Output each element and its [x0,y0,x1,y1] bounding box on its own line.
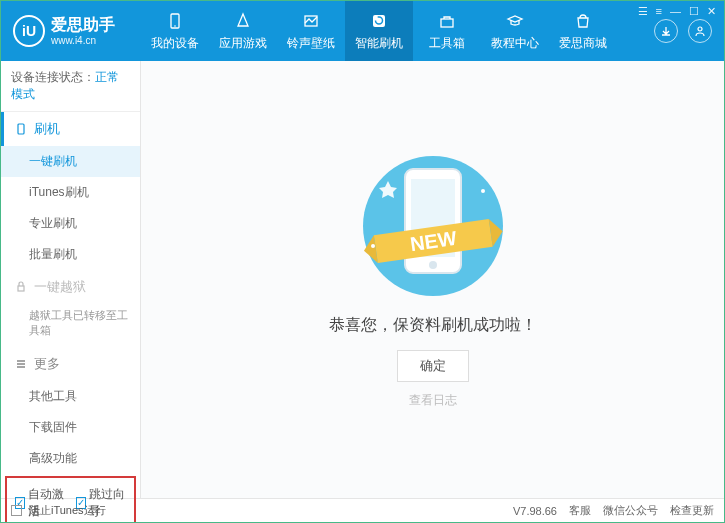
block-itunes-label: 阻止iTunes运行 [29,503,106,518]
service-link[interactable]: 客服 [569,503,591,518]
window-controls: ☰ ≡ ― ☐ ✕ [638,5,716,18]
svg-rect-4 [441,19,453,27]
sidebar: 设备连接状态：正常模式 刷机 一键刷机 iTunes刷机 专业刷机 批量刷机 一… [1,61,141,498]
sidebar-item-othertools[interactable]: 其他工具 [1,381,140,412]
svg-point-12 [429,261,437,269]
nav-label: 应用游戏 [219,35,267,52]
wallpaper-icon [301,11,321,31]
svg-rect-6 [18,124,24,134]
success-illustration: NEW [333,151,533,301]
sidebar-item-pro[interactable]: 专业刷机 [1,208,140,239]
nav-label: 工具箱 [429,35,465,52]
phone-icon [165,11,185,31]
nav-my-device[interactable]: 我的设备 [141,1,209,61]
sidebar-flash-header[interactable]: 刷机 [1,112,140,146]
graduation-icon [505,11,525,31]
nav-ringtones[interactable]: 铃声壁纸 [277,1,345,61]
success-message: 恭喜您，保资料刷机成功啦！ [329,315,537,336]
sidebar-jailbreak-title: 一键越狱 [34,278,86,296]
lock-icon [14,280,28,294]
sidebar-jailbreak-header: 一键越狱 [1,270,140,304]
svg-point-17 [371,244,375,248]
top-nav: 我的设备 应用游戏 铃声壁纸 智能刷机 工具箱 教程中心 爱思商城 [141,1,654,61]
user-button[interactable] [688,19,712,43]
nav-label: 铃声壁纸 [287,35,335,52]
ok-button[interactable]: 确定 [397,350,469,382]
toolbox-icon [437,11,457,31]
nav-apps[interactable]: 应用游戏 [209,1,277,61]
main-content: NEW 恭喜您，保资料刷机成功啦！ 确定 查看日志 [141,61,724,498]
close-icon[interactable]: ✕ [707,5,716,18]
nav-store[interactable]: 爱思商城 [549,1,617,61]
logo-area: iU 爱思助手 www.i4.cn [1,1,141,61]
app-url: www.i4.cn [51,35,115,47]
settings-icon[interactable]: ≡ [656,5,662,18]
list-icon [14,357,28,371]
connection-status: 设备连接状态：正常模式 [1,61,140,112]
checkbox-unchecked-icon [11,505,22,516]
svg-point-16 [481,189,485,193]
sidebar-flash-title: 刷机 [34,120,60,138]
view-log-link[interactable]: 查看日志 [409,392,457,409]
sidebar-more-title: 更多 [34,355,60,373]
status-label: 设备连接状态： [11,70,95,84]
sidebar-item-download-fw[interactable]: 下载固件 [1,412,140,443]
maximize-icon[interactable]: ☐ [689,5,699,18]
svg-point-1 [174,25,176,27]
app-title: 爱思助手 [51,15,115,34]
refresh-icon [369,11,389,31]
nav-label: 智能刷机 [355,35,403,52]
sidebar-more-header[interactable]: 更多 [1,347,140,381]
version-label: V7.98.66 [513,505,557,517]
logo-icon: iU [13,15,45,47]
sidebar-item-oneclick[interactable]: 一键刷机 [1,146,140,177]
nav-flash[interactable]: 智能刷机 [345,1,413,61]
nav-tutorials[interactable]: 教程中心 [481,1,549,61]
nav-label: 我的设备 [151,35,199,52]
update-link[interactable]: 检查更新 [670,503,714,518]
apps-icon [233,11,253,31]
store-icon [573,11,593,31]
sidebar-item-batch[interactable]: 批量刷机 [1,239,140,270]
nav-toolbox[interactable]: 工具箱 [413,1,481,61]
menu-icon[interactable]: ☰ [638,5,648,18]
nav-label: 教程中心 [491,35,539,52]
minimize-icon[interactable]: ― [670,5,681,18]
jailbreak-note: 越狱工具已转移至工具箱 [1,304,140,347]
app-header: ☰ ≡ ― ☐ ✕ iU 爱思助手 www.i4.cn 我的设备 应用游戏 铃声… [1,1,724,61]
sidebar-item-advanced[interactable]: 高级功能 [1,443,140,474]
svg-rect-7 [18,286,24,291]
download-button[interactable] [654,19,678,43]
phone-icon [14,122,28,136]
wechat-link[interactable]: 微信公众号 [603,503,658,518]
nav-label: 爱思商城 [559,35,607,52]
block-itunes-checkbox[interactable]: 阻止iTunes运行 [11,503,106,518]
sidebar-item-itunes[interactable]: iTunes刷机 [1,177,140,208]
svg-point-5 [698,27,702,31]
